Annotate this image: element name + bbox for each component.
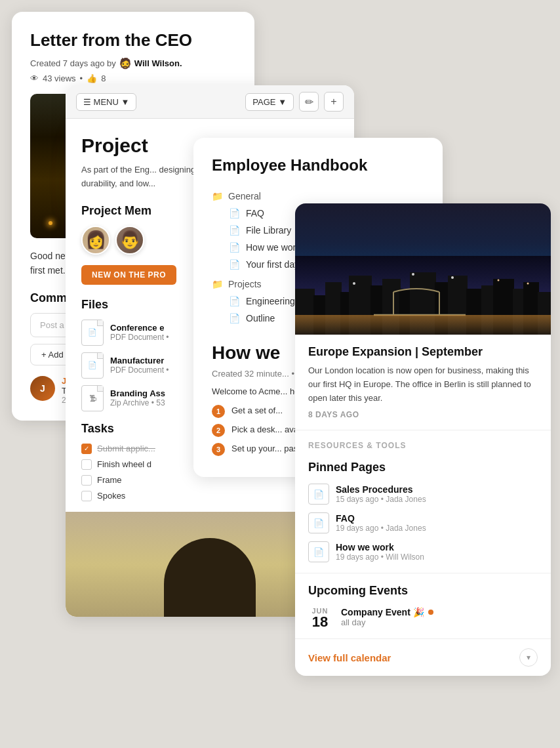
- ceo-title: Letter from the CEO: [30, 30, 236, 51]
- ceo-stats: 👁 43 views • 👍 8: [30, 73, 236, 83]
- doc-icon: 📄: [229, 208, 241, 218]
- pinned-name-1: Sales Procedures: [336, 484, 426, 495]
- europe-body: Our London location is now open for busi…: [308, 364, 538, 405]
- pinned-title: Pinned Pages: [308, 461, 538, 474]
- europe-date: 8 DAYS AGO: [308, 410, 538, 419]
- europe-content: Europe Expansion | September Our London …: [295, 335, 551, 430]
- folder-icon-2: 📁: [212, 279, 223, 289]
- doc-icon-3: 📄: [229, 242, 241, 253]
- view-calendar-link[interactable]: View full calendar: [308, 652, 391, 663]
- member-avatar-2: 👨: [115, 226, 144, 255]
- city-skyline: [295, 256, 551, 335]
- doc-icon-pinned-2: 📄: [308, 512, 329, 533]
- menu-button[interactable]: ☰ MENU ▼: [76, 93, 136, 111]
- toolbar-right: PAGE ▼ ✏ +: [245, 92, 344, 112]
- pinned-info-1: Sales Procedures 15 days ago • Jada Jone…: [336, 484, 426, 504]
- pinned-name-3: How we work: [336, 542, 424, 552]
- pinned-item-1[interactable]: 📄 Sales Procedures 15 days ago • Jada Jo…: [308, 484, 538, 505]
- file-name-1: Conference e: [110, 323, 169, 333]
- page-button[interactable]: PAGE ▼: [245, 93, 294, 111]
- task-text-1: Submit applic...: [97, 444, 155, 453]
- ceo-meta: Created 7 days ago by 🧔 Will Wilson.: [30, 57, 236, 70]
- doc-icon-5: 📄: [229, 296, 241, 306]
- ceo-author: Will Wilson.: [134, 58, 182, 68]
- file-meta-2: PDF Document •: [110, 365, 169, 375]
- file-icon-3: 🗜: [81, 385, 104, 411]
- doc-icon-pinned-1: 📄: [308, 484, 329, 505]
- event-dot: [428, 610, 433, 615]
- task-checkbox-4[interactable]: [81, 491, 92, 501]
- svg-rect-21: [295, 315, 551, 335]
- project-toolbar: ☰ MENU ▼ PAGE ▼ ✏ +: [66, 85, 354, 119]
- file-icon-1: 📄: [81, 320, 104, 346]
- event-name: Company Event 🎉: [341, 607, 433, 617]
- event-time: all day: [341, 617, 433, 627]
- event-info: Company Event 🎉 all day: [341, 607, 433, 627]
- doc-icon-6: 📄: [229, 313, 241, 323]
- pinned-info-3: How we work 19 days ago • Will Wilson: [336, 542, 424, 562]
- file-info-1: Conference e PDF Document •: [110, 323, 169, 342]
- resources-label: RESOURCES & TOOLS: [308, 441, 538, 450]
- card-resources: Europe Expansion | September Our London …: [295, 203, 551, 676]
- svg-point-25: [498, 280, 500, 281]
- task-checkbox-2[interactable]: [81, 459, 92, 470]
- edit-icon-button[interactable]: ✏: [299, 92, 319, 112]
- add-icon-button[interactable]: +: [324, 92, 344, 112]
- resources-section: RESOURCES & TOOLS Pinned Pages 📄 Sales P…: [295, 441, 551, 562]
- task-text-2: Finish wheel d: [97, 459, 151, 469]
- task-checkbox-1[interactable]: ✓: [81, 444, 92, 454]
- ceo-meta-text: Created 7 days ago by: [30, 58, 116, 68]
- pinned-info-2: FAQ 19 days ago • Jada Jones: [336, 513, 426, 533]
- task-text-4: Spokes: [97, 491, 125, 501]
- folder-icon: 📁: [212, 191, 223, 201]
- svg-point-22: [353, 282, 355, 285]
- event-date-box: JUN 18: [308, 607, 332, 629]
- pinned-name-2: FAQ: [336, 513, 426, 524]
- task-text-3: Frame: [97, 475, 122, 485]
- chevron-down-icon[interactable]: ▾: [519, 648, 538, 667]
- europe-title: Europe Expansion | September: [308, 345, 538, 359]
- city-image: [295, 203, 551, 335]
- file-info-2: Manufacturer PDF Document •: [110, 356, 169, 375]
- new-banner: NEW ON THE PRO: [81, 265, 176, 285]
- pinned-meta-3: 19 days ago • Will Wilson: [336, 552, 424, 562]
- view-calendar-row: View full calendar ▾: [295, 638, 551, 676]
- event-item-1: JUN 18 Company Event 🎉 all day: [308, 607, 538, 629]
- file-name-2: Manufacturer: [110, 356, 169, 365]
- task-checkbox-3[interactable]: [81, 475, 92, 486]
- event-day: 18: [308, 615, 332, 629]
- pinned-meta-2: 19 days ago • Jada Jones: [336, 524, 426, 533]
- events-section: Upcoming Events JUN 18 Company Event 🎉 a…: [295, 573, 551, 629]
- avatar: J: [30, 376, 55, 401]
- file-meta-3: Zip Archive • 53: [110, 398, 165, 407]
- file-info-3: Branding Ass Zip Archive • 53: [110, 388, 165, 407]
- member-avatar-1: 👩: [81, 226, 110, 255]
- doc-icon-2: 📄: [229, 225, 241, 236]
- file-name-3: Branding Ass: [110, 388, 165, 398]
- like-icon: 👍: [87, 73, 97, 83]
- eye-icon: 👁: [30, 73, 39, 83]
- file-meta-1: PDF Document •: [110, 333, 169, 342]
- pinned-meta-1: 15 days ago • Jada Jones: [336, 495, 426, 504]
- handbook-title: Employee Handbook: [212, 156, 424, 175]
- nav-general-label: 📁 General: [212, 188, 424, 205]
- pinned-item-2[interactable]: 📄 FAQ 19 days ago • Jada Jones: [308, 512, 538, 533]
- svg-point-23: [412, 273, 414, 276]
- file-icon-2: 📄: [81, 352, 104, 379]
- svg-point-24: [451, 276, 454, 279]
- pinned-item-3[interactable]: 📄 How we work 19 days ago • Will Wilson: [308, 541, 538, 562]
- svg-point-26: [527, 283, 529, 285]
- doc-icon-pinned-3: 📄: [308, 541, 329, 562]
- events-title: Upcoming Events: [308, 584, 538, 598]
- doc-icon-4: 📄: [229, 259, 241, 270]
